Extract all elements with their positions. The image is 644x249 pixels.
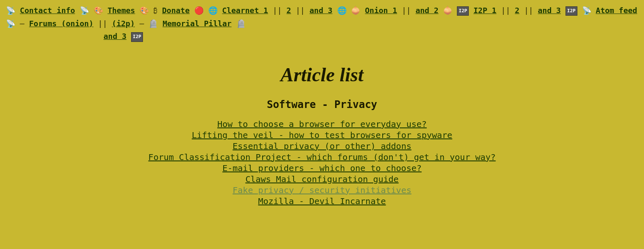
list-item: How to choose a browser for everyday use… [0, 119, 644, 129]
clearnet2-link[interactable]: 2 [286, 6, 291, 15]
sep5: || [501, 6, 515, 15]
list-item: Lifting the veil - how to test browsers … [0, 130, 644, 140]
onion1-link[interactable]: Onion 1 [365, 6, 397, 15]
nav-bar: 📡 Contact info 📡 🎨 Themes 🎨 ₿ Donate 🔴 🌐… [0, 0, 644, 47]
sep2: || [296, 6, 310, 15]
nav-icon9: 🪦 [236, 19, 246, 28]
memorial-pillar-link[interactable]: Memorial Pillar [162, 19, 232, 28]
article-link-0[interactable]: How to choose a browser for everyday use… [217, 119, 427, 129]
article-link-2[interactable]: Essential privacy (or other) addons [232, 141, 411, 151]
list-item: Forum Classification Project - which for… [0, 152, 644, 162]
contact-info-link[interactable]: Contact info [20, 6, 75, 15]
i2p-badge3: I2P [131, 32, 143, 42]
list-item: Claws Mail configuration guide [0, 174, 644, 184]
section-title: Software - Privacy [0, 99, 644, 111]
article-link-6[interactable]: Fake privacy / security initiatives [232, 185, 411, 195]
page-title: Article list [0, 64, 644, 86]
list-item: E-mail providers - which one to choose? [0, 163, 644, 173]
nav-icon6: 📡 [582, 6, 596, 15]
i2p-badge: I2P [457, 6, 469, 16]
list-item: Fake privacy / security initiatives [0, 185, 644, 195]
nav-contact-icon: 📡 [6, 6, 15, 15]
nav-icon2: 🎨 ₿ [140, 6, 157, 15]
clearnet-and3-link[interactable]: and 3 [309, 6, 332, 15]
i2p-and3-link[interactable]: and 3 [538, 6, 561, 15]
sep3: || [402, 6, 416, 15]
list-item: Essential privacy (or other) addons [0, 141, 644, 151]
clearnet1-link[interactable]: Clearnet 1 [222, 6, 268, 15]
main-content: Article list Software - Privacy How to c… [0, 47, 644, 206]
forums-onion-link[interactable]: Forums (onion) [29, 19, 94, 28]
nav-icon3: 🔴 🌐 [194, 6, 218, 15]
i2p-badge2: I2P [566, 6, 577, 16]
article-list: How to choose a browser for everyday use… [0, 119, 644, 206]
article-link-1[interactable]: Lifting the veil - how to test browsers … [192, 130, 452, 140]
i2p2-link[interactable]: 2 [515, 6, 520, 15]
sep8: || [98, 19, 112, 28]
nav-icon7: 📡 — [6, 19, 25, 28]
i2p-link[interactable]: (i2p) [112, 19, 135, 28]
nav-icon8: — 🪦 [140, 19, 158, 28]
nav-icon1: 📡 🎨 [80, 6, 103, 15]
themes-link[interactable]: Themes [107, 6, 135, 15]
donate-link[interactable]: Donate [162, 6, 190, 15]
article-link-4[interactable]: E-mail providers - which one to choose? [222, 163, 422, 173]
i2p-and3-nav-link[interactable]: and 3 [104, 32, 126, 41]
atom-feed-link[interactable]: Atom feed [596, 6, 637, 15]
article-link-7[interactable]: Mozilla - Devil Incarnate [258, 196, 386, 206]
list-item: Mozilla - Devil Incarnate [0, 196, 644, 206]
nav-icon4: 🌐 🧅 [337, 6, 361, 15]
onion-and2-link[interactable]: and 2 [415, 6, 438, 15]
sep1: || [273, 6, 287, 15]
i2p1-link[interactable]: I2P 1 [473, 6, 496, 15]
article-link-3[interactable]: Forum Classification Project - which for… [148, 152, 496, 162]
nav-icon5: 🧅 [443, 6, 457, 15]
nav-and3: and 3 I2P [104, 32, 143, 41]
sep6: || [524, 6, 538, 15]
article-link-5[interactable]: Claws Mail configuration guide [245, 174, 398, 184]
